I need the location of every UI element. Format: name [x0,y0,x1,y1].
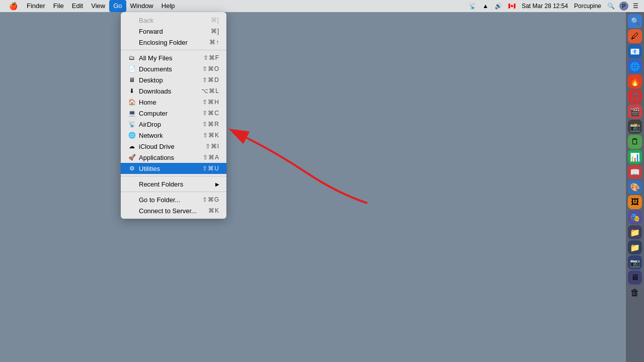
menubar-window[interactable]: Window [126,0,157,12]
network-icon: 🌐 [128,131,136,139]
dock-icon-17[interactable]: 🖥 [628,270,642,285]
dock-icon-3[interactable]: 🌐 [628,59,642,73]
menu-item-recent-folders[interactable]: Recent Folders ▶ [121,178,226,190]
dock-icon-15[interactable]: 📁 [628,240,642,254]
menu-shortcut-documents: ⇧⌘O [202,65,219,72]
menu-label-home: Home [139,99,202,106]
dock-icon-2[interactable]: 📧 [628,44,642,58]
menu-label-desktop: Desktop [139,76,202,84]
search-icon[interactable]: 🔍 [606,3,616,10]
separator-3 [121,192,226,192]
dock-icon-trash[interactable]: 🗑 [628,286,642,300]
menu-label-utilities: Utilities [139,165,202,172]
menu-item-applications[interactable]: 🚀 Applications ⇧⌘A [121,152,226,163]
menu-shortcut-all-files: ⇧⌘F [203,54,219,61]
applications-icon: 🚀 [128,153,136,161]
dock-icon-1[interactable]: 🖊 [628,29,642,43]
menu-label-forward: Forward [139,28,211,35]
separator-2 [121,176,226,176]
menu-shortcut-connect-server: ⌘K [208,207,219,214]
dock-icon-16[interactable]: 📷 [628,255,642,269]
dock-icon-5[interactable]: 🎵 [628,89,642,104]
menu-label-applications: Applications [139,154,203,161]
utilities-icon: ⚙ [128,164,136,172]
menu-item-utilities[interactable]: ⚙ Utilities ⇧⌘U [121,163,226,174]
dock-icon-7[interactable]: 📸 [628,120,642,134]
menu-label-back: Back [139,17,211,24]
dock-icon-6[interactable]: 🎬 [628,105,642,119]
menu-shortcut-downloads: ⌥⌘L [201,87,219,95]
menu-shortcut-icloud: ⇧⌘I [205,143,219,150]
menu-item-all-files[interactable]: 🗂 All My Files ⇧⌘F [121,52,226,63]
list-icon[interactable]: ☰ [631,3,640,10]
dock-icon-9[interactable]: 📊 [628,150,642,164]
enclosing-icon [128,38,136,46]
documents-icon: 📄 [128,65,136,73]
menu-item-forward[interactable]: Forward ⌘] [121,26,226,37]
username-display: Porcupine [573,3,603,10]
dock-icon-search[interactable]: 🔍 [628,14,642,28]
menu-item-connect-server[interactable]: Connect to Server... ⌘K [121,205,226,216]
dock-icon-12[interactable]: 🖼 [628,195,642,209]
user-avatar[interactable]: P [619,2,628,11]
menu-item-home[interactable]: 🏠 Home ⇧⌘H [121,97,226,108]
all-files-icon: 🗂 [128,54,136,62]
menu-item-airdrop[interactable]: 📡 AirDrop ⇧⌘R [121,119,226,130]
computer-icon: 💻 [128,109,136,117]
menubar-finder[interactable]: Finder [23,0,49,12]
dock-icon-14[interactable]: 📁 [628,225,642,239]
arrow-svg [226,113,387,223]
menubar-go[interactable]: Go [109,0,126,12]
connect-server-icon [128,207,136,215]
menubar: 🍎 Finder File Edit View Go Window Help 📡… [0,0,644,12]
menu-label-downloads: Downloads [139,87,201,95]
menu-item-back[interactable]: Back ⌘[ [121,15,226,26]
menu-shortcut-forward: ⌘] [211,28,219,35]
forward-icon [128,27,136,35]
menu-label-all-files: All My Files [139,54,203,62]
submenu-arrow: ▶ [215,182,219,187]
menubar-file[interactable]: File [49,0,68,12]
menu-label-network: Network [139,132,203,139]
apple-menu[interactable]: 🍎 [4,2,23,10]
volume-icon: 🔊 [493,3,504,10]
dock-icon-11[interactable]: 🎨 [628,180,642,194]
menu-item-go-to-folder[interactable]: Go to Folder... ⇧⌘G [121,194,226,205]
menubar-help[interactable]: Help [157,0,179,12]
desktop-icon: 🖥 [128,76,136,84]
menu-item-downloads[interactable]: ⬇ Downloads ⌥⌘L [121,85,226,97]
menu-label-documents: Documents [139,65,202,73]
menu-shortcut-utilities: ⇧⌘U [202,165,219,172]
menu-item-enclosing[interactable]: Enclosing Folder ⌘↑ [121,37,226,48]
menu-shortcut-airdrop: ⇧⌘R [202,121,219,128]
go-menu-dropdown: Back ⌘[ Forward ⌘] Enclosing Folder ⌘↑ 🗂… [121,12,226,219]
menu-label-icloud: iCloud Drive [139,143,205,150]
menu-label-connect-server: Connect to Server... [139,207,208,215]
menu-item-desktop[interactable]: 🖥 Desktop ⇧⌘D [121,74,226,85]
icloud-icon: ☁ [128,142,136,150]
arrow-annotation [226,113,387,225]
menubar-right: 📡 ▲ 🔊 🇨🇦 Sat Mar 28 12:54 Porcupine 🔍 P … [467,2,640,11]
airdrop-status-icon: 📡 [467,3,478,10]
menubar-view[interactable]: View [87,0,109,12]
dock-icon-8[interactable]: 🗒 [628,135,642,149]
menu-item-documents[interactable]: 📄 Documents ⇧⌘O [121,63,226,74]
menu-item-icloud[interactable]: ☁ iCloud Drive ⇧⌘I [121,141,226,152]
menu-item-network[interactable]: 🌐 Network ⇧⌘K [121,130,226,141]
datetime-display: Sat Mar 28 12:54 [520,3,570,10]
menu-shortcut-network: ⇧⌘K [203,132,219,139]
menubar-edit[interactable]: Edit [68,0,87,12]
dock-icon-4[interactable]: 🔥 [628,74,642,88]
dock-icon-13[interactable]: 🎭 [628,210,642,224]
desktop: Back ⌘[ Forward ⌘] Enclosing Folder ⌘↑ 🗂… [0,12,644,362]
menu-shortcut-desktop: ⇧⌘D [202,76,219,83]
right-dock: 🔍 🖊 📧 🌐 🔥 🎵 🎬 📸 🗒 📊 📖 🎨 🖼 🎭 📁 📁 📷 🖥 🗑 [626,12,644,362]
go-to-folder-icon [128,196,136,204]
downloads-icon: ⬇ [128,87,136,95]
wifi-icon: ▲ [481,3,490,10]
flag-icon: 🇨🇦 [507,3,517,10]
menu-shortcut-computer: ⇧⌘C [202,110,219,117]
dock-icon-10[interactable]: 📖 [628,165,642,179]
back-icon [128,16,136,24]
menu-item-computer[interactable]: 💻 Computer ⇧⌘C [121,108,226,119]
